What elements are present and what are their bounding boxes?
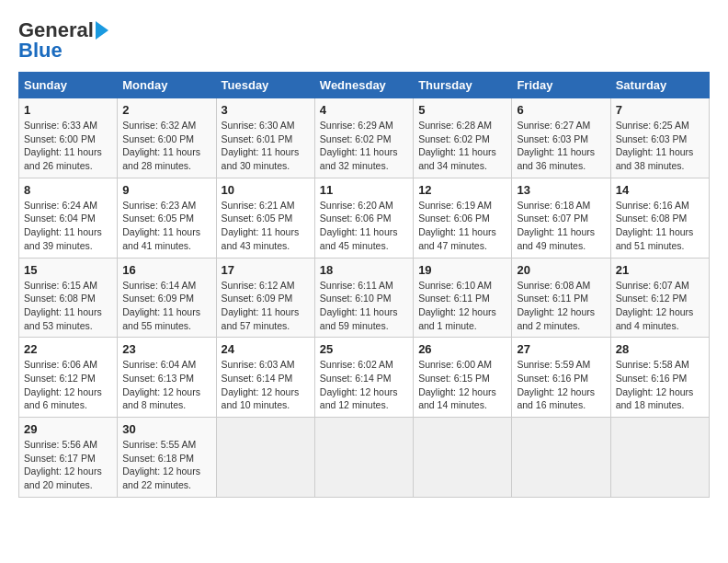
day-info: Sunrise: 6:14 AM Sunset: 6:09 PM Dayligh… [122,279,210,333]
calendar-cell: 11Sunrise: 6:20 AM Sunset: 6:06 PM Dayli… [314,178,413,258]
day-number: 10 [222,183,310,197]
calendar-cell: 18Sunrise: 6:11 AM Sunset: 6:10 PM Dayli… [314,258,413,338]
day-number: 19 [418,263,506,277]
day-number: 14 [616,183,704,197]
calendar-cell [314,418,413,498]
day-info: Sunrise: 6:16 AM Sunset: 6:08 PM Dayligh… [616,199,704,253]
day-number: 23 [122,342,210,356]
day-number: 5 [418,103,506,117]
calendar-cell: 10Sunrise: 6:21 AM Sunset: 6:05 PM Dayli… [216,178,314,258]
day-info: Sunrise: 6:12 AM Sunset: 6:09 PM Dayligh… [222,279,310,333]
calendar-cell: 29Sunrise: 5:56 AM Sunset: 6:17 PM Dayli… [19,418,118,498]
day-info: Sunrise: 6:03 AM Sunset: 6:14 PM Dayligh… [222,358,310,412]
logo-arrow-icon [96,21,108,40]
day-info: Sunrise: 6:18 AM Sunset: 6:07 PM Dayligh… [517,199,605,253]
day-number: 4 [320,103,408,117]
day-number: 16 [122,263,210,277]
calendar-cell: 22Sunrise: 6:06 AM Sunset: 6:12 PM Dayli… [19,338,118,418]
day-number: 6 [517,103,605,117]
week-row-3: 15Sunrise: 6:15 AM Sunset: 6:08 PM Dayli… [19,258,710,338]
day-number: 15 [24,263,112,277]
day-info: Sunrise: 6:23 AM Sunset: 6:05 PM Dayligh… [122,199,210,253]
day-number: 11 [320,183,408,197]
day-info: Sunrise: 6:15 AM Sunset: 6:08 PM Dayligh… [24,279,112,333]
calendar-cell: 26Sunrise: 6:00 AM Sunset: 6:15 PM Dayli… [414,338,512,418]
calendar-cell [610,418,709,498]
col-header-friday: Friday [512,73,610,98]
calendar-cell: 20Sunrise: 6:08 AM Sunset: 6:11 PM Dayli… [512,258,610,338]
calendar-cell: 25Sunrise: 6:02 AM Sunset: 6:14 PM Dayli… [314,338,413,418]
day-number: 20 [517,263,605,277]
day-info: Sunrise: 6:24 AM Sunset: 6:04 PM Dayligh… [24,199,112,253]
col-header-monday: Monday [118,73,216,98]
day-info: Sunrise: 6:10 AM Sunset: 6:11 PM Dayligh… [418,279,506,333]
day-info: Sunrise: 6:06 AM Sunset: 6:12 PM Dayligh… [24,358,112,412]
day-number: 26 [418,342,506,356]
day-info: Sunrise: 6:07 AM Sunset: 6:12 PM Dayligh… [616,279,704,333]
day-info: Sunrise: 6:04 AM Sunset: 6:13 PM Dayligh… [122,358,210,412]
day-number: 7 [616,103,704,117]
calendar-cell [216,418,314,498]
day-number: 25 [320,342,408,356]
week-row-1: 1Sunrise: 6:33 AM Sunset: 6:00 PM Daylig… [19,98,710,178]
day-info: Sunrise: 6:00 AM Sunset: 6:15 PM Dayligh… [418,358,506,412]
day-number: 30 [122,422,210,436]
calendar-cell: 7Sunrise: 6:25 AM Sunset: 6:03 PM Daylig… [610,98,709,178]
week-row-4: 22Sunrise: 6:06 AM Sunset: 6:12 PM Dayli… [19,338,710,418]
day-info: Sunrise: 6:19 AM Sunset: 6:06 PM Dayligh… [418,199,506,253]
calendar-cell [414,418,512,498]
calendar-cell: 15Sunrise: 6:15 AM Sunset: 6:08 PM Dayli… [19,258,118,338]
logo-blue: Blue [18,39,63,63]
day-info: Sunrise: 5:55 AM Sunset: 6:18 PM Dayligh… [122,438,210,492]
calendar-cell: 16Sunrise: 6:14 AM Sunset: 6:09 PM Dayli… [118,258,216,338]
calendar-cell: 24Sunrise: 6:03 AM Sunset: 6:14 PM Dayli… [216,338,314,418]
day-number: 28 [616,342,704,356]
day-number: 17 [222,263,310,277]
calendar-cell: 3Sunrise: 6:30 AM Sunset: 6:01 PM Daylig… [216,98,314,178]
day-number: 3 [222,103,310,117]
day-info: Sunrise: 6:27 AM Sunset: 6:03 PM Dayligh… [517,119,605,173]
calendar-cell: 2Sunrise: 6:32 AM Sunset: 6:00 PM Daylig… [118,98,216,178]
calendar-cell: 14Sunrise: 6:16 AM Sunset: 6:08 PM Dayli… [610,178,709,258]
page-header: General Blue [18,18,710,63]
calendar-cell: 19Sunrise: 6:10 AM Sunset: 6:11 PM Dayli… [414,258,512,338]
day-info: Sunrise: 6:02 AM Sunset: 6:14 PM Dayligh… [320,358,408,412]
calendar-cell: 27Sunrise: 5:59 AM Sunset: 6:16 PM Dayli… [512,338,610,418]
day-info: Sunrise: 6:32 AM Sunset: 6:00 PM Dayligh… [122,119,210,173]
day-number: 27 [517,342,605,356]
logo: General Blue [18,18,108,63]
week-row-5: 29Sunrise: 5:56 AM Sunset: 6:17 PM Dayli… [19,418,710,498]
calendar-header-row: SundayMondayTuesdayWednesdayThursdayFrid… [19,73,710,98]
day-info: Sunrise: 5:56 AM Sunset: 6:17 PM Dayligh… [24,438,112,492]
calendar-cell: 1Sunrise: 6:33 AM Sunset: 6:00 PM Daylig… [19,98,118,178]
col-header-wednesday: Wednesday [314,73,413,98]
day-number: 1 [24,103,112,117]
day-number: 22 [24,342,112,356]
day-info: Sunrise: 6:30 AM Sunset: 6:01 PM Dayligh… [222,119,310,173]
day-info: Sunrise: 6:25 AM Sunset: 6:03 PM Dayligh… [616,119,704,173]
day-number: 29 [24,422,112,436]
day-info: Sunrise: 6:11 AM Sunset: 6:10 PM Dayligh… [320,279,408,333]
calendar-table: SundayMondayTuesdayWednesdayThursdayFrid… [18,72,710,498]
calendar-cell: 12Sunrise: 6:19 AM Sunset: 6:06 PM Dayli… [414,178,512,258]
day-info: Sunrise: 6:21 AM Sunset: 6:05 PM Dayligh… [222,199,310,253]
day-info: Sunrise: 6:20 AM Sunset: 6:06 PM Dayligh… [320,199,408,253]
calendar-cell [512,418,610,498]
day-info: Sunrise: 6:29 AM Sunset: 6:02 PM Dayligh… [320,119,408,173]
day-number: 21 [616,263,704,277]
week-row-2: 8Sunrise: 6:24 AM Sunset: 6:04 PM Daylig… [19,178,710,258]
calendar-cell: 4Sunrise: 6:29 AM Sunset: 6:02 PM Daylig… [314,98,413,178]
calendar-cell: 5Sunrise: 6:28 AM Sunset: 6:02 PM Daylig… [414,98,512,178]
day-number: 8 [24,183,112,197]
day-number: 13 [517,183,605,197]
calendar-cell: 8Sunrise: 6:24 AM Sunset: 6:04 PM Daylig… [19,178,118,258]
calendar-cell: 13Sunrise: 6:18 AM Sunset: 6:07 PM Dayli… [512,178,610,258]
calendar-cell: 6Sunrise: 6:27 AM Sunset: 6:03 PM Daylig… [512,98,610,178]
col-header-thursday: Thursday [414,73,512,98]
calendar-cell: 21Sunrise: 6:07 AM Sunset: 6:12 PM Dayli… [610,258,709,338]
calendar-cell: 9Sunrise: 6:23 AM Sunset: 6:05 PM Daylig… [118,178,216,258]
day-info: Sunrise: 5:58 AM Sunset: 6:16 PM Dayligh… [616,358,704,412]
day-number: 12 [418,183,506,197]
calendar-cell: 28Sunrise: 5:58 AM Sunset: 6:16 PM Dayli… [610,338,709,418]
day-number: 18 [320,263,408,277]
